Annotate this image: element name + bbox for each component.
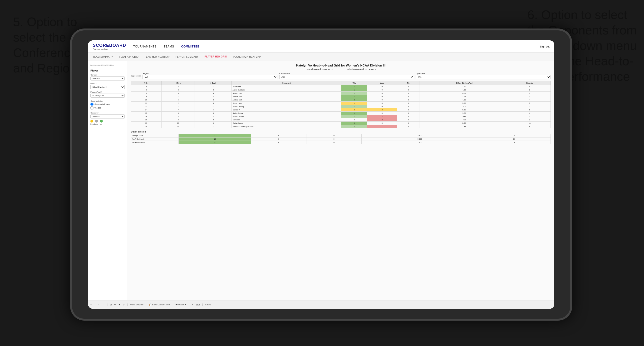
td-div: 19 xyxy=(131,122,162,125)
toolbar-star[interactable]: ✱ xyxy=(118,304,120,306)
td-diff: 4.00 xyxy=(420,98,509,102)
td-opponent: Federica Domecq Lacroze xyxy=(232,125,342,128)
td-tie: 0 xyxy=(397,105,420,108)
toolbar-back[interactable]: ← xyxy=(98,304,100,306)
td-reg: 3 xyxy=(162,92,195,95)
toolbar-export[interactable]: ↖ xyxy=(192,304,194,306)
toolbar-watch[interactable]: 👁 Watch ▾ xyxy=(176,304,186,306)
td-opponent: Sharon Mun xyxy=(232,95,342,98)
subnav-player-h2h-grid[interactable]: PLAYER H2H GRID xyxy=(204,54,227,59)
legend-down-label: Down xyxy=(90,123,93,125)
toolbar-sep5: | xyxy=(172,303,173,306)
subnav-team-h2h-grid[interactable]: TEAM H2H GRID xyxy=(119,55,138,59)
toolbar-grid[interactable]: ⊞ xyxy=(110,304,112,306)
table-row: 18 2 2 Euna Lee 0 3 0 -5.00 2 xyxy=(131,118,551,122)
toolbar-refresh[interactable]: ↺ xyxy=(114,304,116,306)
td-opponent: Jessica Huang xyxy=(232,105,342,108)
td-loss: 0 xyxy=(367,85,397,88)
table-row: 5 2 2 Alexis Sudjianto 1 0 0 4.00 3 xyxy=(131,88,551,92)
td-conf: 5 xyxy=(195,112,232,115)
radio-top-100[interactable]: Top 100 xyxy=(90,106,125,110)
td-out-rounds: 30 xyxy=(478,138,550,141)
subnav-player-h2h-heatmap[interactable]: PLAYER H2H HEATMAP xyxy=(233,55,261,59)
td-rounds: 2 xyxy=(509,118,551,122)
out-of-division-row: NCAA Division 2 5 0 0 7.400 10 xyxy=(131,141,551,144)
out-of-division-row: Foreign Team 1 0 0 4.500 2 xyxy=(131,134,551,138)
td-diff: 0.38 xyxy=(420,108,509,112)
sidebar-opponent-view: Opponent view Opponents Played Top 100 xyxy=(90,100,125,110)
nav-tournaments[interactable]: TOURNAMENTS xyxy=(133,44,156,49)
td-tie: 0 xyxy=(397,102,420,105)
td-reg: 3 xyxy=(162,85,195,88)
toolbar-sep3: | xyxy=(127,303,128,306)
td-reg: 2 xyxy=(162,88,195,92)
toolbar-undo[interactable]: ↩ xyxy=(90,304,92,306)
td-loss: 0 xyxy=(367,105,397,108)
sidebar-last-updated: Last Updated: 27/03/2024 14:44 xyxy=(90,64,125,66)
sidebar-colour-select[interactable]: Win/loss xyxy=(90,115,125,119)
th-win: Win xyxy=(342,81,367,85)
nav-teams[interactable]: TEAMS xyxy=(164,44,174,49)
td-out-rounds: 10 xyxy=(478,141,550,144)
td-tie: 0 xyxy=(397,115,420,118)
table-row: 13 1 1 Jessica Huang 1 0 0 -3.00 2 xyxy=(131,105,551,108)
toolbar-sep7: | xyxy=(202,303,203,306)
toolbar-timer[interactable]: ⊙ xyxy=(123,304,125,306)
sidebar-division-label: Division xyxy=(90,82,125,85)
td-reg: 8 xyxy=(162,112,195,115)
td-loss: 0 xyxy=(367,88,397,92)
td-rounds: 2 xyxy=(509,105,551,108)
out-of-division-row: NAIA Division 1 15 0 0 9.267 30 xyxy=(131,138,551,141)
td-out-rounds: 2 xyxy=(478,134,550,138)
th-loss: Loss xyxy=(367,81,397,85)
toolbar-layout[interactable]: ⊞⊡ xyxy=(196,304,200,306)
td-tie: 0 xyxy=(397,95,420,98)
td-tie: 0 xyxy=(397,122,420,125)
overall-record-value: 353 - 34 - 6 xyxy=(322,68,333,71)
td-opponent: Euna Lee xyxy=(232,118,342,122)
td-rounds: 3 xyxy=(509,102,551,105)
toolbar-save-custom[interactable]: 📋 Save Custom View xyxy=(149,304,170,306)
toolbar-sep6: | xyxy=(189,303,189,306)
subnav-team-summary[interactable]: TEAM SUMMARY xyxy=(93,55,113,59)
td-opponent: Andrea York xyxy=(232,98,342,102)
toolbar-view-original[interactable]: View: Original xyxy=(130,304,143,306)
subnav-player-summary[interactable]: PLAYER SUMMARY xyxy=(176,55,199,59)
sign-out-button[interactable]: Sign out xyxy=(540,45,550,48)
td-reg: 1 xyxy=(162,95,195,98)
division-record-value: 331 - 34 - 6 xyxy=(365,68,376,71)
top-nav: SCOREBOARD Powered by clippd TOURNAMENTS… xyxy=(88,40,554,53)
td-conf: 2 xyxy=(195,88,232,92)
toolbar-sep1: | xyxy=(95,303,96,306)
td-reg: 2 xyxy=(162,118,195,122)
table-row: 6 3 3 Sydney Kuo 1 0 0 -1.00 3 xyxy=(131,92,551,95)
sidebar-gender-select[interactable]: Women's Men's xyxy=(90,76,125,80)
toolbar-share[interactable]: Share xyxy=(205,304,211,306)
filter-opponent: Opponent (All) xyxy=(416,72,551,79)
td-win: 2 xyxy=(342,98,367,102)
nav-committee[interactable]: COMMITTEE xyxy=(181,44,200,49)
subnav-team-h2h-heatmap[interactable]: TEAM H2H HEATMAP xyxy=(144,55,170,59)
td-conf: 4 xyxy=(195,95,232,98)
td-reg: 2 xyxy=(162,102,195,105)
td-diff: -5.00 xyxy=(420,118,509,122)
sidebar-player-rank-select[interactable]: 6. Katelyn Vo xyxy=(90,94,125,98)
td-diff: -0.84 xyxy=(420,115,509,118)
td-conf: 3 xyxy=(195,98,232,102)
filter-conference-select[interactable]: (All) xyxy=(279,75,414,79)
filter-region-label: Region xyxy=(142,72,278,75)
td-out-opponent: NCAA Division 2 xyxy=(131,141,179,144)
filter-region-select[interactable]: (All) xyxy=(142,75,278,79)
toolbar-forward[interactable]: → xyxy=(102,304,104,306)
sidebar-division-select[interactable]: NCAA Division III NCAA Division I NCAA D… xyxy=(90,85,125,89)
report-title: Katelyn Vo Head-to-Head Grid for Women's… xyxy=(131,64,551,67)
radio-opponents-played[interactable]: Opponents Played xyxy=(90,103,125,106)
th-conf: # Conf xyxy=(195,81,232,85)
td-win: 4 xyxy=(342,122,367,125)
legend-dots xyxy=(90,120,125,123)
td-out-loss: 0 xyxy=(251,141,306,144)
td-loss: 0 xyxy=(367,95,397,98)
overall-record: Overall Record: 353 - 34 - 6 xyxy=(306,68,333,71)
filter-opponent-select[interactable]: (All) xyxy=(416,75,551,79)
td-div: 9 xyxy=(131,95,162,98)
